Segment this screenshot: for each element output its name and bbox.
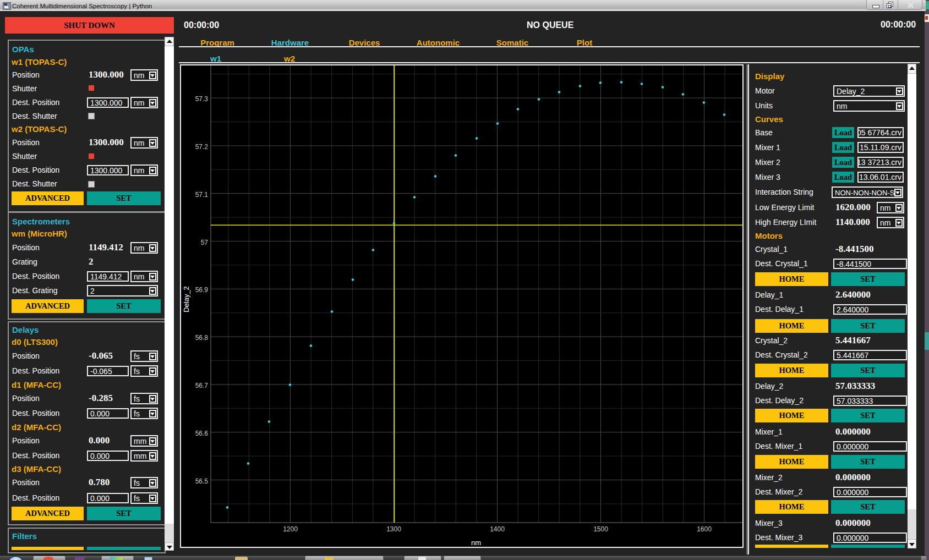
- svg-text:1300: 1300: [386, 525, 401, 533]
- svg-text:57.1: 57.1: [195, 191, 209, 199]
- svg-text:nm: nm: [471, 539, 481, 547]
- svg-text:56.8: 56.8: [195, 334, 209, 342]
- svg-text:56.6: 56.6: [195, 430, 209, 437]
- svg-text:57: 57: [201, 239, 209, 246]
- svg-text:57.3: 57.3: [195, 95, 209, 103]
- svg-text:57.2: 57.2: [195, 143, 209, 151]
- svg-text:56.5: 56.5: [195, 477, 209, 485]
- svg-text:1500: 1500: [593, 525, 608, 533]
- svg-text:1600: 1600: [697, 525, 712, 533]
- svg-text:56.9: 56.9: [195, 286, 209, 294]
- svg-text:1400: 1400: [490, 525, 505, 533]
- svg-text:56.7: 56.7: [195, 382, 209, 389]
- svg-text:1200: 1200: [283, 525, 298, 533]
- svg-text:Delay_2: Delay_2: [182, 286, 190, 312]
